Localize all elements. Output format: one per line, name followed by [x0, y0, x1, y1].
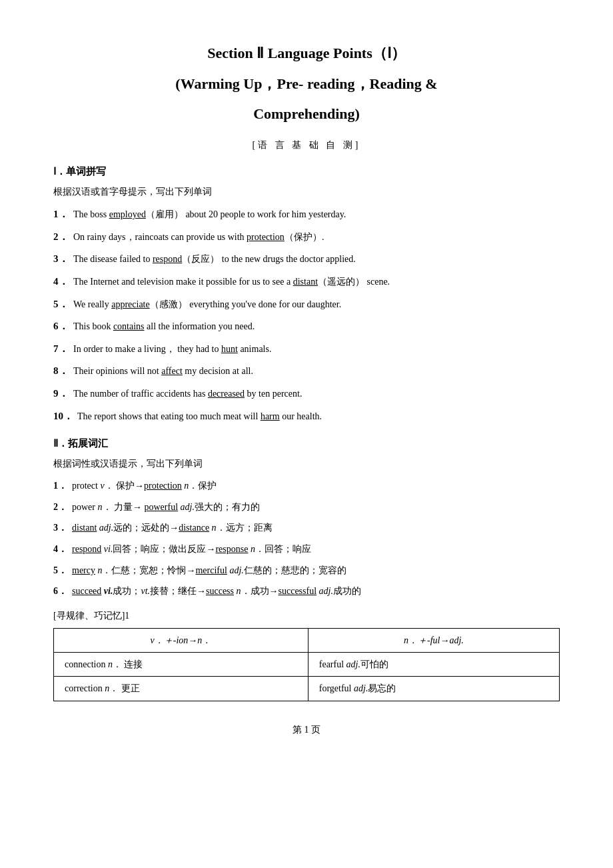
table-header-col1: v．＋-ion→n．: [54, 629, 308, 653]
list-item: 8． Their opinions will not affect my dec…: [53, 362, 560, 381]
section2-instruction: 根据词性或汉语提示，写出下列单词: [53, 455, 560, 472]
list-item: 2． On rainy days，raincoats can provide u…: [53, 228, 560, 247]
table-row: correction n． 更正 forgetful adj.易忘的: [54, 677, 560, 701]
section1-header: Ⅰ．单词拼写: [53, 163, 560, 181]
bracket-label: [语 言 基 础 自 测]: [53, 137, 560, 153]
list-item: 5． mercy n．仁慈；宽恕；怜悯→merciful adj.仁慈的；慈悲的…: [53, 562, 560, 580]
section1-instruction: 根据汉语或首字母提示，写出下列单词: [53, 183, 560, 200]
list-item: 3． distant adj.远的；远处的→distance n．远方；距离: [53, 519, 560, 537]
memory-label: [寻规律、巧记忆]1: [53, 607, 560, 624]
list-item: 4． respond vi.回答；响应；做出反应→response n．回答；响…: [53, 541, 560, 559]
section2-items: 1． protect v． 保护→protection n．保护 2． powe…: [53, 477, 560, 601]
table-cell: fearful adj.可怕的: [308, 653, 559, 677]
list-item: 6． This book contains all the informatio…: [53, 317, 560, 336]
list-item: 6． succeed vi.成功；vt.接替；继任→success n．成功→s…: [53, 583, 560, 601]
list-item: 9． The number of traffic accidents has d…: [53, 385, 560, 403]
page-footer: 第 1 页: [53, 721, 560, 738]
list-item: 7． In order to make a living， they had t…: [53, 340, 560, 359]
section1-items: 1． The boss employed（雇用） about 20 people…: [53, 205, 560, 425]
list-item: 2． power n． 力量→ powerful adj.强大的；有力的: [53, 499, 560, 517]
memory-table: v．＋-ion→n． n．＋-ful→adj. connection n． 连接…: [53, 628, 560, 701]
list-item: 10． The report shows that eating too muc…: [53, 407, 560, 426]
list-item: 5． We really appreciate（感激） everything y…: [53, 295, 560, 314]
table-cell: connection n． 连接: [54, 653, 308, 677]
list-item: 1． The boss employed（雇用） about 20 people…: [53, 205, 560, 224]
list-item: 3． The disease failed to respond（反应） to …: [53, 250, 560, 269]
table-row: connection n． 连接 fearful adj.可怕的: [54, 653, 560, 677]
table-cell: correction n． 更正: [54, 677, 308, 701]
page-title-line1: Section Ⅱ Language Points（Ⅰ）: [53, 40, 560, 67]
page-title-line2: (Warming Up，Pre- reading，Reading &: [53, 71, 560, 97]
table-header-col2: n．＋-ful→adj.: [308, 629, 559, 653]
list-item: 4． The Internet and television make it p…: [53, 273, 560, 291]
page-title-line3: Comprehending): [53, 101, 560, 127]
section2-header: Ⅱ．拓展词汇: [53, 435, 560, 453]
table-cell: forgetful adj.易忘的: [308, 677, 559, 701]
list-item: 1． protect v． 保护→protection n．保护: [53, 477, 560, 495]
